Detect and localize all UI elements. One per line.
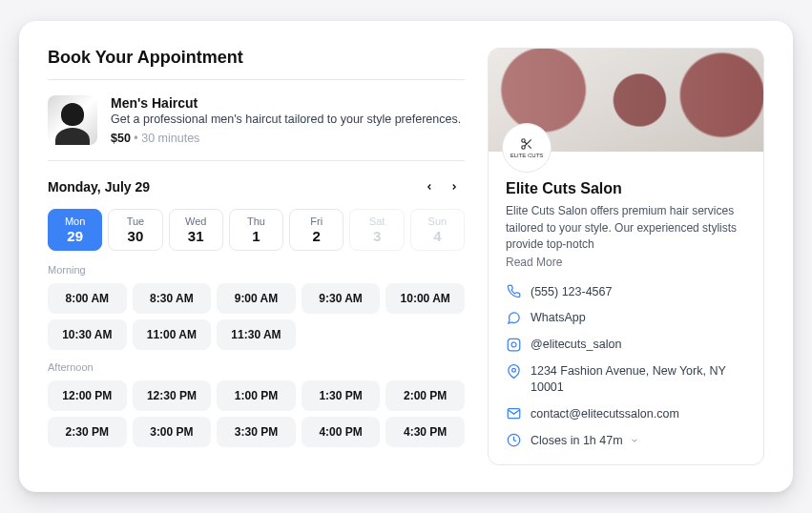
day-of-week: Sun [411,215,464,227]
selected-date-label: Monday, July 29 [48,179,150,195]
mail-icon [506,406,521,421]
booking-card: Book Your Appointment Men's Haircut Get … [19,21,793,491]
chevron-right-icon [449,182,459,192]
time-slot[interactable]: 4:00 PM [302,417,381,447]
day-of-week: Sat [350,215,403,227]
time-slot[interactable]: 10:30 AM [48,319,127,350]
whatsapp-text: WhatsApp [531,310,746,326]
next-week-button[interactable] [444,176,465,197]
service-description: Get a professional men's haircut tailore… [111,113,461,126]
time-slot[interactable]: 11:30 AM [217,319,296,350]
salon-description: Elite Cuts Salon offers premium hair ser… [506,203,746,253]
day-number: 2 [290,228,343,244]
day-number: 3 [350,228,403,244]
svg-line-3 [528,146,531,149]
time-slot[interactable]: 3:00 PM [133,417,212,447]
phone-icon [506,284,521,299]
day-number: 29 [49,228,101,244]
salon-panel-body: Elite Cuts Salon Elite Cuts Salon offers… [489,152,763,463]
prev-week-button[interactable] [419,176,440,197]
email-text: contact@elitecutssalon.com [531,406,746,422]
contact-instagram[interactable]: @elitecuts_salon [506,337,746,353]
day-option: Sun4 [410,209,465,251]
time-slot[interactable]: 2:00 PM [385,380,465,411]
time-slot[interactable]: 9:30 AM [302,283,381,314]
service-info: Men's Haircut Get a professional men's h… [111,95,461,145]
service-name: Men's Haircut [111,95,461,111]
map-pin-icon [506,363,521,379]
instagram-text: @elitecuts_salon [531,337,746,353]
phone-text: (555) 123-4567 [531,284,746,300]
svg-line-4 [525,142,527,144]
day-picker: Mon29Tue30Wed31Thu1Fri2Sat3Sun4 [48,209,465,251]
salon-panel: ELITE CUTS Elite Cuts Salon Elite Cuts S… [488,48,764,464]
time-slot[interactable]: 4:30 PM [385,417,465,447]
service-meta: $50 • 30 minutes [111,132,461,145]
clock-icon [506,433,521,448]
address-text: 1234 Fashion Avenue, New York, NY 10001 [531,363,746,396]
salon-name: Elite Cuts Salon [506,180,746,197]
service-price: $50 [111,132,131,145]
day-number: 1 [230,228,282,244]
salon-logo: ELITE CUTS [502,123,552,173]
morning-label: Morning [48,264,465,276]
time-slot[interactable]: 1:30 PM [302,380,381,411]
morning-slots: 8:00 AM8:30 AM9:00 AM9:30 AM10:00 AM10:3… [48,283,465,350]
day-of-week: Mon [49,215,101,227]
time-slot[interactable]: 12:30 PM [133,380,212,411]
date-nav [419,176,465,197]
day-of-week: Wed [170,215,222,227]
time-slot[interactable]: 12:00 PM [48,380,127,411]
day-of-week: Fri [290,215,343,227]
svg-point-1 [522,146,526,150]
afternoon-label: Afternoon [48,361,465,373]
read-more-link[interactable]: Read More [506,256,746,269]
chevron-left-icon [425,182,434,192]
day-option[interactable]: Mon29 [48,209,102,251]
time-slot[interactable]: 3:30 PM [217,417,296,447]
day-option[interactable]: Tue30 [108,209,162,251]
whatsapp-icon [506,310,521,325]
day-of-week: Tue [109,215,161,227]
svg-rect-5 [508,339,520,351]
contact-list: (555) 123-4567 WhatsApp @elitecuts_salon [506,284,746,449]
time-slot[interactable]: 8:30 AM [133,283,212,314]
day-number: 31 [170,228,222,244]
contact-whatsapp[interactable]: WhatsApp [506,310,746,326]
day-option[interactable]: Wed31 [169,209,223,251]
scissors-icon [520,137,533,151]
time-slot[interactable]: 11:00 AM [133,319,212,350]
afternoon-slots: 12:00 PM12:30 PM1:00 PM1:30 PM2:00 PM2:3… [48,380,465,447]
day-number: 30 [109,228,161,244]
day-number: 4 [411,228,464,244]
time-slot[interactable]: 8:00 AM [48,283,127,314]
hours-text: Closes in 1h 47m [531,433,746,449]
contact-address[interactable]: 1234 Fashion Avenue, New York, NY 10001 [506,363,746,396]
day-option: Sat3 [349,209,404,251]
date-header: Monday, July 29 [48,161,465,209]
time-slot[interactable]: 10:00 AM [385,283,465,314]
time-slot[interactable]: 2:30 PM [48,417,127,447]
service-summary: Men's Haircut Get a professional men's h… [48,80,465,161]
day-of-week: Thu [230,215,282,227]
svg-point-7 [511,368,515,372]
time-slot[interactable]: 1:00 PM [217,380,296,411]
instagram-icon [506,337,521,352]
contact-email[interactable]: contact@elitecutssalon.com [506,406,746,422]
contact-hours[interactable]: Closes in 1h 47m [506,433,746,449]
contact-phone[interactable]: (555) 123-4567 [506,284,746,300]
booking-left-pane: Book Your Appointment Men's Haircut Get … [48,48,465,464]
salon-cover-image: ELITE CUTS [489,49,763,152]
day-option[interactable]: Fri2 [289,209,344,251]
chevron-down-icon [630,436,639,445]
service-avatar [48,95,97,145]
day-option[interactable]: Thu1 [229,209,283,251]
service-duration: 30 minutes [141,132,199,145]
page-title: Book Your Appointment [48,48,465,80]
time-slot[interactable]: 9:00 AM [217,283,296,314]
svg-point-0 [522,139,526,143]
